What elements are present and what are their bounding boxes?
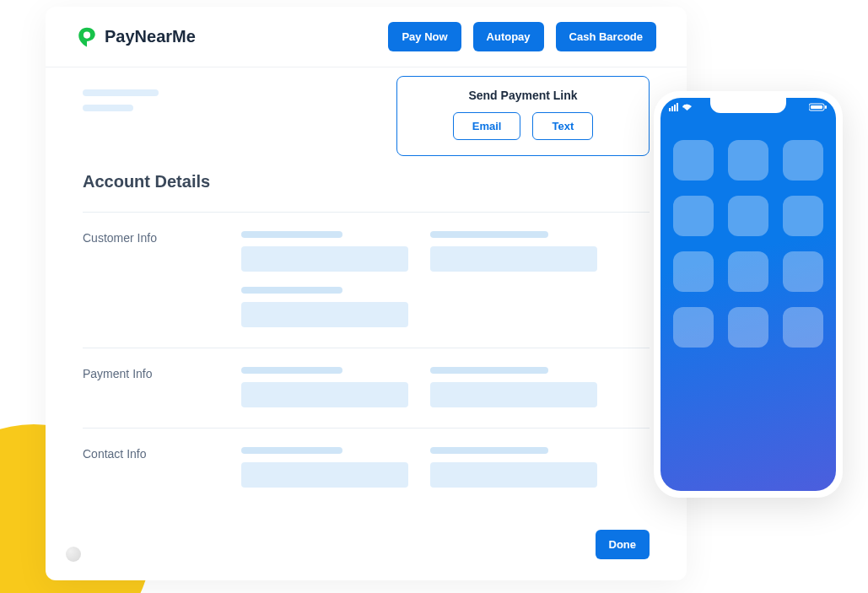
- placeholder-field: [241, 447, 408, 488]
- decorative-dot: [66, 547, 81, 562]
- customer-info-label: Customer Info: [83, 231, 218, 327]
- placeholder-field: [430, 231, 597, 272]
- battery-icon: [809, 103, 828, 111]
- brand-logo: PayNearMe: [76, 26, 196, 48]
- pay-now-button[interactable]: Pay Now: [388, 22, 461, 51]
- contact-info-section: Contact Info: [83, 428, 650, 508]
- app-icon: [673, 196, 714, 236]
- placeholder-field: [241, 287, 408, 327]
- svg-rect-2: [671, 106, 673, 111]
- app-icon: [673, 140, 714, 181]
- app-icon: [783, 196, 823, 236]
- send-text-button[interactable]: Text: [532, 112, 593, 140]
- signal-wifi-icon: [669, 103, 694, 111]
- phone-screen: [660, 98, 836, 491]
- brand-name: PayNearMe: [105, 27, 196, 46]
- phone-status-bar: [669, 103, 828, 111]
- app-icon: [673, 307, 714, 348]
- customer-info-section: Customer Info: [83, 212, 650, 348]
- placeholder-field: [241, 367, 408, 407]
- done-button[interactable]: Done: [596, 530, 650, 559]
- contact-info-label: Contact Info: [83, 447, 218, 488]
- placeholder-field: [430, 367, 597, 407]
- account-details-heading: Account Details: [83, 172, 650, 191]
- card-header: PayNearMe Pay Now Autopay Cash Barcode: [46, 7, 687, 67]
- app-icon: [673, 251, 714, 292]
- send-payment-link-panel: Send Payment Link Email Text: [396, 76, 650, 156]
- header-actions: Pay Now Autopay Cash Barcode: [388, 22, 656, 51]
- app-icon: [728, 196, 768, 236]
- placeholder-field: [241, 231, 408, 272]
- account-card: PayNearMe Pay Now Autopay Cash Barcode S…: [46, 7, 687, 580]
- svg-rect-3: [674, 105, 676, 111]
- send-email-button[interactable]: Email: [453, 112, 521, 140]
- phone-mockup: [654, 91, 843, 498]
- phone-app-grid: [672, 140, 824, 348]
- app-icon: [728, 307, 768, 348]
- svg-rect-1: [669, 108, 671, 111]
- svg-point-0: [84, 31, 90, 38]
- paynearme-logo-icon: [76, 26, 98, 48]
- payment-info-label: Payment Info: [83, 367, 218, 407]
- app-icon: [728, 251, 768, 292]
- autopay-button[interactable]: Autopay: [473, 22, 544, 51]
- card-body: Send Payment Link Email Text Account Det…: [46, 67, 687, 525]
- payment-info-section: Payment Info: [83, 348, 650, 428]
- app-icon: [783, 140, 823, 181]
- cash-barcode-button[interactable]: Cash Barcode: [556, 22, 656, 51]
- svg-rect-4: [677, 103, 678, 111]
- app-icon: [783, 307, 823, 348]
- svg-rect-7: [825, 105, 827, 109]
- app-icon: [783, 251, 823, 292]
- send-link-title: Send Payment Link: [412, 89, 633, 102]
- svg-rect-6: [811, 105, 822, 109]
- app-icon: [728, 140, 768, 181]
- placeholder-field: [430, 447, 597, 488]
